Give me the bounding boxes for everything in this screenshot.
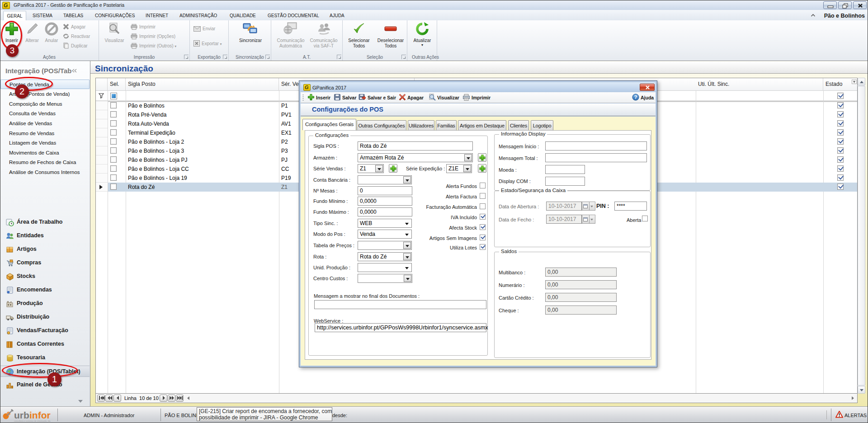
svg-text:urb: urb: [14, 410, 29, 420]
svg-text:?: ?: [634, 94, 637, 100]
svg-text:consultoria e sistemas de info: consultoria e sistemas de informação, ld…: [14, 420, 51, 422]
svg-text:infor: infor: [29, 410, 51, 420]
